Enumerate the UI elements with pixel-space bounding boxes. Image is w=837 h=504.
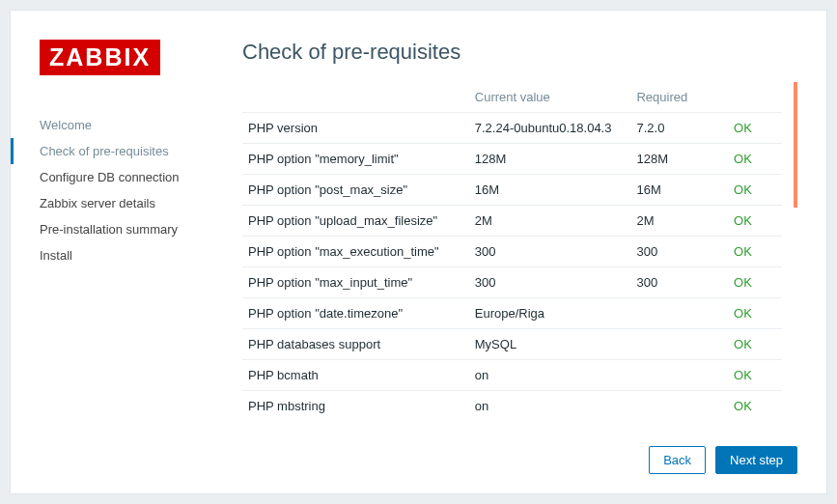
table-row: PHP option "post_max_size"16M16MOK <box>242 175 782 206</box>
header-status <box>728 82 782 113</box>
cell-current: Europe/Riga <box>469 298 631 329</box>
cell-name: PHP option "memory_limit" <box>242 144 469 175</box>
table-row: PHP version7.2.24-0ubuntu0.18.04.37.2.0O… <box>242 113 782 144</box>
next-button[interactable]: Next step <box>715 446 797 474</box>
cell-status: OK <box>728 113 782 144</box>
cell-required <box>630 391 728 422</box>
table-row: PHP option "upload_max_filesize"2M2MOK <box>242 206 782 237</box>
table-row: PHP bcmathonOK <box>242 360 782 391</box>
main-content: Check of pre-requisites Current value Re… <box>242 40 797 474</box>
sidebar-step[interactable]: Zabbix server details <box>40 190 242 216</box>
setup-wizard: ZABBIX WelcomeCheck of pre-requisitesCon… <box>10 10 827 494</box>
cell-required: 16M <box>630 175 728 206</box>
cell-status: OK <box>728 360 782 391</box>
table-row: PHP mbstringonOK <box>242 391 782 422</box>
cell-status: OK <box>728 391 782 422</box>
sidebar: ZABBIX WelcomeCheck of pre-requisitesCon… <box>11 40 242 474</box>
cell-required: 7.2.0 <box>630 113 728 144</box>
sidebar-step[interactable]: Pre-installation summary <box>40 216 242 242</box>
cell-required: 128M <box>630 144 728 175</box>
cell-current: 128M <box>469 144 631 175</box>
cell-name: PHP option "upload_max_filesize" <box>242 206 469 237</box>
cell-name: PHP mbstring <box>242 391 469 422</box>
sidebar-step[interactable]: Install <box>40 242 242 268</box>
sidebar-step[interactable]: Welcome <box>40 112 242 138</box>
cell-required <box>630 329 728 360</box>
cell-current: on <box>469 360 631 391</box>
table-row: PHP option "max_execution_time"300300OK <box>242 237 782 267</box>
cell-current: 300 <box>469 267 631 298</box>
cell-required: 300 <box>630 267 728 298</box>
cell-current: 16M <box>469 175 631 206</box>
logo: ZABBIX <box>40 40 160 75</box>
requirements-tbody: PHP version7.2.24-0ubuntu0.18.04.37.2.0O… <box>242 113 782 422</box>
footer: Back Next step <box>242 429 797 474</box>
cell-current: 7.2.24-0ubuntu0.18.04.3 <box>469 113 631 144</box>
table-row: PHP option "date.timezone"Europe/RigaOK <box>242 298 782 329</box>
back-button[interactable]: Back <box>649 446 706 474</box>
table-row: PHP option "max_input_time"300300OK <box>242 267 782 298</box>
cell-status: OK <box>728 237 782 267</box>
cell-required: 300 <box>630 237 728 267</box>
header-name <box>242 82 469 113</box>
table-row: PHP databases supportMySQLOK <box>242 329 782 360</box>
cell-required: 2M <box>630 206 728 237</box>
cell-required <box>630 360 728 391</box>
table-row: PHP option "memory_limit"128M128MOK <box>242 144 782 175</box>
cell-name: PHP option "post_max_size" <box>242 175 469 206</box>
cell-name: PHP option "max_execution_time" <box>242 237 469 267</box>
cell-status: OK <box>728 206 782 237</box>
cell-name: PHP option "max_input_time" <box>242 267 469 298</box>
sidebar-step[interactable]: Configure DB connection <box>40 164 242 190</box>
page-title: Check of pre-requisites <box>242 40 797 65</box>
cell-status: OK <box>728 175 782 206</box>
sidebar-step[interactable]: Check of pre-requisites <box>40 138 242 164</box>
header-required: Required <box>630 82 728 113</box>
cell-name: PHP version <box>242 113 469 144</box>
header-current: Current value <box>469 82 631 113</box>
wizard-body: ZABBIX WelcomeCheck of pre-requisitesCon… <box>11 40 797 474</box>
cell-name: PHP databases support <box>242 329 469 360</box>
cell-status: OK <box>728 267 782 298</box>
requirements-table: Current value Required PHP version7.2.24… <box>242 82 782 421</box>
cell-current: MySQL <box>469 329 631 360</box>
cell-name: PHP option "date.timezone" <box>242 298 469 329</box>
requirements-table-wrap: Current value Required PHP version7.2.24… <box>242 82 797 429</box>
cell-status: OK <box>728 298 782 329</box>
cell-current: 300 <box>469 237 631 267</box>
scroll-indicator[interactable] <box>794 82 797 208</box>
step-list: WelcomeCheck of pre-requisitesConfigure … <box>40 112 242 268</box>
cell-required <box>630 298 728 329</box>
cell-current: on <box>469 391 631 422</box>
cell-status: OK <box>728 329 782 360</box>
cell-name: PHP bcmath <box>242 360 469 391</box>
cell-current: 2M <box>469 206 631 237</box>
cell-status: OK <box>728 144 782 175</box>
